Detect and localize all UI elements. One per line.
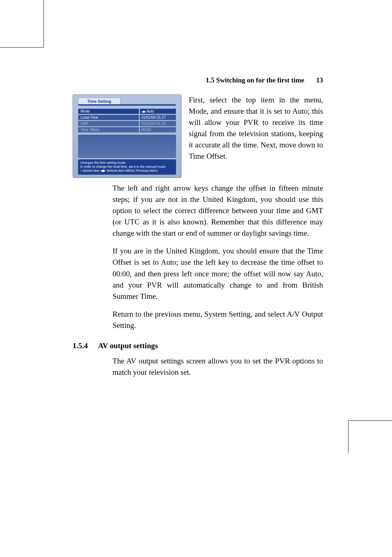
paragraph-av-intro: The AV output settings screen allows you… (113, 355, 323, 378)
figure-value: 00:00 (140, 127, 176, 133)
figure-row-local-time: Local Time 01/01/04 01:17 (78, 115, 176, 120)
figure-row-time-offset: Time Offset 00:00 (78, 127, 176, 133)
figure-row-mode: Mode ◀▶Auto (78, 109, 176, 114)
figure-value: 01/01/04 01:17 (140, 115, 176, 120)
figure-label: GMT (78, 121, 139, 126)
figure-tab-strip (78, 104, 176, 106)
page-number: 13 (316, 76, 323, 84)
figure-row-gmt: GMT 01/01/04 01:16 (78, 121, 176, 126)
paragraph-intro: First, select the top item in the menu, … (189, 94, 323, 162)
figure-hint-line: ↕ Moves Item ◀▶ Selects Item MENU Previo… (80, 169, 174, 173)
figure-tab-title: Time Setting (78, 98, 121, 105)
time-setting-figure: Time Setting Mode ◀▶Auto Local Time 01/0… (73, 94, 181, 178)
paragraph-offset-steps: The left and right arrow keys change the… (113, 183, 323, 239)
figure-value: 01/01/04 01:16 (140, 121, 176, 126)
figure-body-fill (78, 135, 176, 158)
section-title: AV output settings (98, 341, 158, 350)
section-heading: 1.5.4 AV output settings (73, 341, 323, 350)
crop-mark-bottom-right (348, 420, 392, 454)
figure-hint-bar: Changes the time setting mode. In order … (78, 159, 176, 175)
figure-rows: Mode ◀▶Auto Local Time 01/01/04 01:17 GM… (78, 109, 176, 133)
figure-label: Time Offset (78, 127, 139, 133)
figure-label: Local Time (78, 115, 139, 120)
figure-label: Mode (78, 109, 139, 114)
figure-hint-line: In order to change the local time, set i… (80, 165, 174, 169)
figure-hint-line: Changes the time setting mode. (80, 161, 174, 165)
figure-value: ◀▶Auto (140, 109, 176, 114)
paragraph-return-av: Return to the previous menu, System Sett… (113, 309, 323, 331)
crop-mark-top-left (0, 0, 44, 48)
running-header-text: 1.5 Switching on for the first time (206, 76, 304, 84)
arrows-icon: ◀▶ (142, 110, 146, 113)
running-header: 1.5 Switching on for the first time 13 (0, 76, 323, 84)
paragraph-uk-auto: If you are in the United Kingdom, you sh… (113, 245, 323, 302)
section-number: 1.5.4 (73, 341, 97, 350)
